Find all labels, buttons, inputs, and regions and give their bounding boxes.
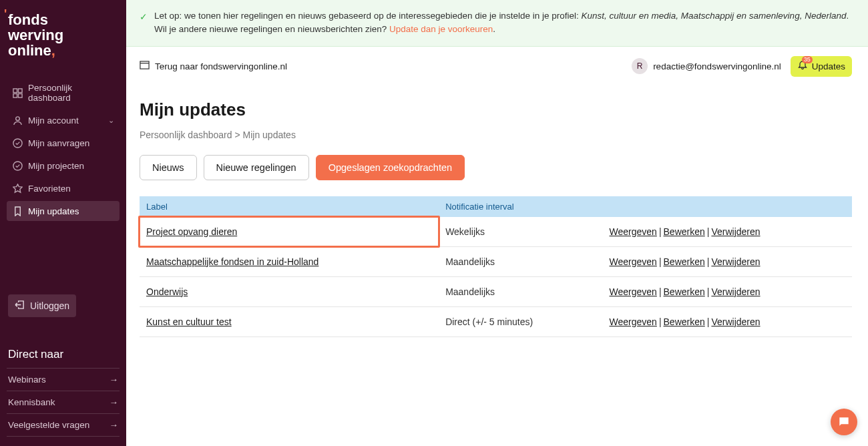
action-edit[interactable]: Bewerken [664, 316, 705, 327]
logo-line2: werving [8, 27, 63, 43]
row-actions: Weergeven|Bewerken|Verwijderen [603, 276, 852, 306]
user-email: redactie@fondswervingonline.nl [653, 61, 781, 71]
arrow-right-icon: → [110, 375, 119, 385]
tabs: Nieuws Nieuwe regelingen Opgeslagen zoek… [140, 155, 852, 180]
action-edit[interactable]: Bewerken [664, 286, 705, 297]
sidebar-item-favorieten[interactable]: Favorieten [7, 178, 120, 198]
direct-naar: Direct naar Webinars → Kennisbank → Veel… [7, 348, 120, 437]
svg-point-4 [15, 117, 19, 121]
direct-webinars[interactable]: Webinars → [7, 368, 120, 391]
action-view[interactable]: Weergeven [610, 256, 657, 267]
logo-tick-icon: ' [4, 8, 7, 21]
action-view[interactable]: Weergeven [610, 226, 657, 237]
grid-icon [12, 87, 23, 98]
chevron-down-icon: ⌄ [108, 116, 114, 125]
breadcrumb: Persoonlijk dashboard > Mijn updates [140, 130, 852, 140]
table-row: Kunst en cultuur test Direct (+/- 5 minu… [140, 306, 852, 337]
alert-link[interactable]: Update dan je voorkeuren [389, 24, 493, 34]
alert-interests: Kunst, cultuur en media, Maatschappij en… [581, 11, 846, 21]
window-icon [140, 60, 150, 72]
back-label: Terug naar fondswervingonline.nl [155, 61, 287, 71]
sidebar-item-aanvragen[interactable]: Mijn aanvragen [7, 133, 120, 153]
check-circle-icon [12, 138, 23, 148]
row-label-link[interactable]: Kunst en cultuur test [146, 316, 232, 327]
row-label-link[interactable]: Onderwijs [146, 286, 188, 297]
action-view[interactable]: Weergeven [610, 286, 657, 297]
action-delete[interactable]: Verwijderen [711, 286, 760, 297]
action-edit[interactable]: Bewerken [664, 256, 705, 267]
svg-rect-1 [18, 89, 22, 93]
updates-button[interactable]: 35 Updates [791, 56, 852, 77]
sidebar-nav: Persoonlijk dashboard Mijn account ⌄ Mij… [7, 78, 120, 221]
topbar: Terug naar fondswervingonline.nl R redac… [126, 47, 868, 86]
logo-line1: fonds [8, 11, 48, 28]
sidebar-item-label: Mijn updates [28, 206, 79, 216]
bookmark-icon [12, 206, 23, 216]
logout-icon [15, 300, 25, 312]
saved-searches-table: Label Notificatie interval Project opvan… [140, 196, 852, 337]
action-edit[interactable]: Bewerken [664, 226, 705, 237]
tab-nieuws[interactable]: Nieuws [140, 155, 197, 180]
row-actions: Weergeven|Bewerken|Verwijderen [603, 306, 852, 337]
sidebar-item-label: Mijn projecten [28, 161, 84, 171]
direct-label: Veelgestelde vragen [8, 420, 89, 430]
arrow-right-icon: → [110, 397, 119, 407]
direct-label: Webinars [8, 375, 46, 385]
tab-opgeslagen-zoekopdrachten[interactable]: Opgeslagen zoekopdrachten [316, 155, 465, 180]
sidebar-item-label: Persoonlijk dashboard [28, 83, 114, 103]
breadcrumb-sep: > [232, 130, 243, 140]
breadcrumb-current: Mijn updates [243, 130, 296, 140]
logout-button[interactable]: Uitloggen [8, 294, 76, 317]
alert-prefix: Let op: we tonen hier regelingen en nieu… [154, 11, 581, 21]
sidebar-item-updates[interactable]: Mijn updates [7, 201, 120, 221]
user-menu[interactable]: R redactie@fondswervingonline.nl [632, 58, 781, 74]
page-title: Mijn updates [140, 99, 852, 120]
back-link[interactable]: Terug naar fondswervingonline.nl [140, 60, 287, 72]
row-interval: Maandelijks [439, 276, 602, 306]
svg-rect-7 [140, 61, 149, 69]
th-label: Label [140, 196, 439, 217]
sidebar-item-account[interactable]: Mijn account ⌄ [7, 110, 120, 130]
breadcrumb-root[interactable]: Persoonlijk dashboard [140, 130, 232, 140]
logo-line3: online [8, 42, 51, 59]
alert-text: Let op: we tonen hier regelingen en nieu… [154, 9, 852, 37]
svg-rect-3 [18, 93, 22, 97]
updates-label: Updates [812, 61, 845, 71]
action-delete[interactable]: Verwijderen [711, 256, 760, 267]
sidebar-item-dashboard[interactable]: Persoonlijk dashboard [7, 78, 120, 107]
logo[interactable]: ' fonds werving online, [8, 12, 118, 58]
row-interval: Wekelijks [439, 217, 602, 247]
main: ✓ Let op: we tonen hier regelingen en ni… [126, 0, 868, 446]
th-actions [603, 196, 852, 217]
logout-label: Uitloggen [30, 300, 69, 311]
action-view[interactable]: Weergeven [610, 316, 657, 327]
alert-suffix: . [493, 24, 495, 34]
sidebar-item-label: Favorieten [28, 184, 71, 194]
svg-rect-2 [13, 93, 17, 97]
sidebar: ' fonds werving online, Persoonlijk dash… [0, 0, 126, 446]
svg-rect-0 [13, 89, 17, 93]
user-icon [12, 115, 23, 126]
direct-kennisbank[interactable]: Kennisbank → [7, 391, 120, 414]
row-label-link[interactable]: Maatschappelijke fondsen in zuid-Holland [146, 256, 318, 267]
info-alert: ✓ Let op: we tonen hier regelingen en ni… [126, 0, 868, 47]
action-delete[interactable]: Verwijderen [711, 226, 760, 237]
sidebar-item-projecten[interactable]: Mijn projecten [7, 156, 120, 176]
th-interval: Notificatie interval [439, 196, 602, 217]
tab-nieuwe-regelingen[interactable]: Nieuwe regelingen [204, 155, 309, 180]
bell-icon: 35 [797, 60, 808, 73]
row-interval: Maandelijks [439, 246, 602, 276]
direct-faq[interactable]: Veelgestelde vragen → [7, 414, 120, 437]
row-interval: Direct (+/- 5 minutes) [439, 306, 602, 337]
direct-label: Kennisbank [8, 397, 55, 407]
row-label-link[interactable]: Project opvang dieren [146, 226, 237, 237]
direct-naar-title: Direct naar [7, 348, 120, 361]
action-delete[interactable]: Verwijderen [711, 316, 760, 327]
check-icon: ✓ [140, 11, 148, 37]
check-circle-icon [12, 160, 23, 171]
sidebar-item-label: Mijn aanvragen [28, 138, 89, 148]
chat-icon [837, 415, 851, 429]
chat-button[interactable] [831, 409, 857, 435]
arrow-right-icon: → [110, 420, 119, 430]
table-row: Project opvang dieren Wekelijks Weergeve… [140, 217, 852, 247]
